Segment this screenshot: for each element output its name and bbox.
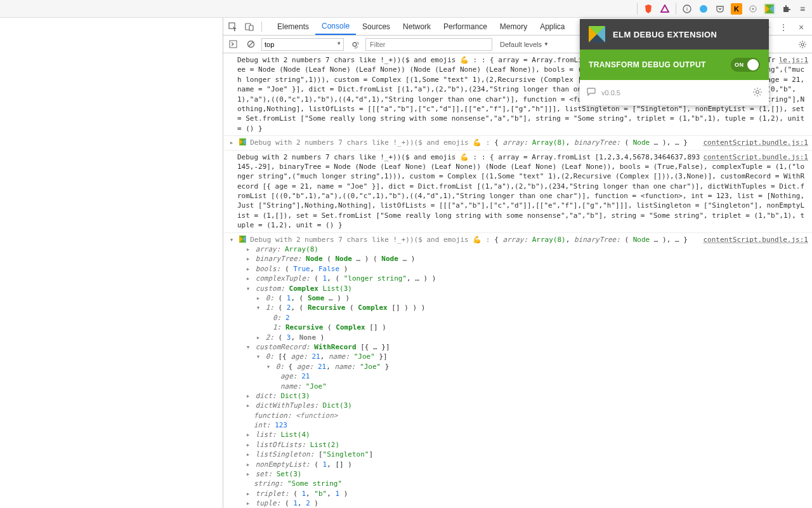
context-select-input[interactable] bbox=[261, 38, 344, 51]
svg-point-13 bbox=[351, 41, 358, 48]
browser-menu-icon[interactable]: ≡ bbox=[797, 3, 808, 15]
expand-arrow-icon[interactable] bbox=[245, 244, 251, 254]
tree-row-nonemptylist[interactable]: nonEmptyList: ( 1, [] ) bbox=[237, 460, 808, 469]
collapse-arrow-icon[interactable] bbox=[245, 342, 251, 352]
kagi-icon[interactable]: K bbox=[731, 3, 742, 15]
tab-performance[interactable]: Performance bbox=[437, 18, 494, 35]
extension-header: ELM DEBUG EXTENSION bbox=[580, 19, 769, 50]
devtools-menu-icon[interactable]: ⋮ bbox=[776, 20, 790, 34]
tree-row-array[interactable]: array: Array(8) bbox=[237, 244, 808, 254]
tree-row-binarytree[interactable]: binaryTree: Node ( Node … ) ( Node … ) bbox=[237, 254, 808, 264]
extension-settings-icon[interactable] bbox=[752, 87, 763, 98]
pocket-icon[interactable] bbox=[714, 3, 726, 15]
tree-row-dictwithtuples[interactable]: dictWithTuples: Dict(3) bbox=[237, 401, 808, 410]
log-source-link[interactable]: le.js:1 bbox=[779, 55, 808, 65]
tree-row-listoflists[interactable]: listOfLists: List(2) bbox=[237, 440, 808, 450]
log-source-link[interactable]: contentScript.bundle.js:1 bbox=[703, 235, 808, 244]
expand-arrow-icon[interactable] bbox=[245, 264, 251, 274]
tree-row-triplet[interactable]: triplet: ( 1, "b", 1 ) bbox=[237, 489, 808, 498]
tree-row-tuple[interactable]: tuple: ( 1, 2 ) bbox=[237, 498, 808, 508]
tree-row-list[interactable]: list: List(4) bbox=[237, 430, 808, 439]
log-source-link[interactable]: contentScript.bundle.js:1 bbox=[703, 152, 808, 162]
filter-input[interactable] bbox=[365, 38, 492, 51]
inspect-element-icon[interactable] bbox=[226, 20, 240, 34]
tab-memory[interactable]: Memory bbox=[494, 18, 534, 35]
expand-arrow-icon[interactable] bbox=[245, 430, 251, 439]
expand-arrow-icon[interactable] bbox=[255, 333, 261, 342]
console-log-area[interactable]: le.js:1 Debug with 2 numbers 7 chars lik… bbox=[223, 53, 812, 508]
tree-row-custom-1-0[interactable]: 0: 2 bbox=[237, 313, 808, 323]
devtools-tabs: Elements Console Sources Network Perform… bbox=[271, 18, 572, 35]
tab-network[interactable]: Network bbox=[396, 18, 437, 35]
expand-arrow-icon[interactable] bbox=[245, 498, 251, 508]
tree-row-custom-0[interactable]: 0: ( 1, ( Some … ) ) bbox=[237, 293, 808, 303]
svg-point-12 bbox=[353, 43, 357, 46]
collapse-arrow-icon[interactable] bbox=[265, 362, 272, 371]
log-source-link[interactable]: contentScript.bundle.js:1 bbox=[703, 138, 808, 147]
tree-row-customrecord-0[interactable]: 0: [{ age: 21, name: "Joe" }] bbox=[237, 352, 808, 361]
feedback-icon[interactable] bbox=[586, 87, 596, 98]
transform-toggle[interactable]: ON bbox=[731, 58, 760, 72]
tree-row-custom-2[interactable]: 2: ( 3, None ) bbox=[237, 333, 808, 342]
expand-arrow-icon[interactable] bbox=[245, 460, 251, 469]
log-levels-dropdown[interactable]: Default levels▼ bbox=[496, 41, 553, 48]
tree-row-custom-1[interactable]: 1: ( 2, ( Recursive ( Complex [] ) ) ) bbox=[237, 303, 808, 312]
tab-sources[interactable]: Sources bbox=[356, 18, 396, 35]
tree-row-complextuple[interactable]: complexTuple: ( 1, ( "longer string", … … bbox=[237, 274, 808, 283]
extension-version: v0.0.5 bbox=[601, 89, 620, 97]
elm-debug-ext-icon[interactable] bbox=[764, 3, 775, 15]
collapse-arrow-icon[interactable] bbox=[228, 235, 235, 244]
elm-logo-icon bbox=[239, 236, 246, 243]
log-header: Debug with 2 numbers 7 chars like !_+))(… bbox=[237, 153, 481, 161]
tab-application[interactable]: Applica bbox=[534, 18, 571, 35]
log-raw-body: : { array = Array.fromList [1,2,3,4,5678… bbox=[237, 153, 804, 230]
tab-console[interactable]: Console bbox=[315, 18, 356, 35]
brave-shield-icon[interactable] bbox=[643, 3, 654, 15]
tree-row-customrecord-0-0[interactable]: 0: { age: 21, name: "Joe" } bbox=[237, 362, 808, 371]
tree-row-bools[interactable]: bools: ( True, False ) bbox=[237, 264, 808, 274]
expand-arrow-icon[interactable] bbox=[245, 274, 251, 283]
console-sidebar-toggle-icon[interactable] bbox=[226, 37, 240, 51]
extensions-puzzle-icon[interactable] bbox=[780, 3, 792, 15]
tree-row-function[interactable]: function: <function> bbox=[237, 411, 808, 420]
circle-icon[interactable] bbox=[698, 3, 709, 15]
console-settings-icon[interactable] bbox=[796, 37, 809, 51]
expand-arrow-icon[interactable] bbox=[245, 469, 251, 479]
target-icon[interactable] bbox=[747, 3, 759, 15]
tree-row-set[interactable]: set: Set(3) bbox=[237, 469, 808, 479]
tree-row-custom-1-1[interactable]: 1: Recursive ( Complex [] ) bbox=[237, 323, 808, 332]
toolbar-separator bbox=[676, 3, 676, 15]
brave-triangle-icon[interactable] bbox=[659, 3, 671, 15]
info-icon[interactable]: i bbox=[681, 3, 693, 15]
tree-row-dict[interactable]: dict: Dict(3) bbox=[237, 391, 808, 401]
expand-arrow-icon[interactable] bbox=[245, 489, 251, 498]
toolbar-separator bbox=[637, 3, 638, 15]
expand-arrow-icon[interactable] bbox=[245, 401, 251, 410]
tree-row-int[interactable]: int: 123 bbox=[237, 420, 808, 430]
context-selector[interactable] bbox=[261, 38, 344, 51]
svg-rect-8 bbox=[249, 25, 253, 30]
tree-row-string[interactable]: string: "Some string" bbox=[237, 479, 808, 488]
expand-arrow-icon[interactable] bbox=[228, 138, 235, 147]
clear-console-icon[interactable] bbox=[244, 37, 258, 51]
devtools-close-icon[interactable]: × bbox=[794, 20, 808, 34]
collapse-arrow-icon[interactable] bbox=[245, 284, 251, 293]
live-expression-icon[interactable] bbox=[348, 37, 362, 51]
collapse-arrow-icon[interactable] bbox=[255, 303, 261, 312]
expand-arrow-icon[interactable] bbox=[255, 293, 261, 303]
tab-elements[interactable]: Elements bbox=[271, 18, 315, 35]
svg-line-11 bbox=[249, 42, 253, 46]
tree-row-listsingleton[interactable]: listSingleton: ["Singleton"] bbox=[237, 450, 808, 459]
expand-arrow-icon[interactable] bbox=[245, 440, 251, 450]
device-toggle-icon[interactable] bbox=[242, 20, 256, 34]
expand-arrow-icon[interactable] bbox=[245, 391, 251, 401]
collapse-arrow-icon[interactable] bbox=[255, 352, 261, 361]
expand-arrow-icon[interactable] bbox=[245, 254, 251, 264]
tree-row-age[interactable]: age: 21 bbox=[237, 371, 808, 381]
expand-arrow-icon[interactable] bbox=[245, 450, 251, 459]
log-header-text: Debug with 2 numbers 7 chars like !_+))(… bbox=[250, 236, 494, 244]
svg-point-2 bbox=[700, 5, 707, 13]
tree-row-custom[interactable]: custom: Complex List(3) bbox=[237, 284, 808, 293]
tree-row-customrecord[interactable]: customRecord: WithRecord [{ … }] bbox=[237, 342, 808, 352]
tree-row-name[interactable]: name: "Joe" bbox=[237, 382, 808, 391]
